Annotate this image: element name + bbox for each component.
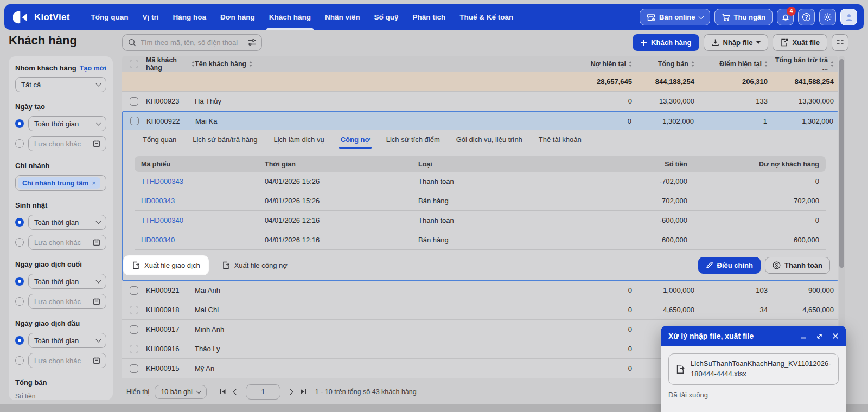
nav-phan-tich[interactable]: Phân tích	[405, 4, 452, 30]
remove-branch-icon[interactable]: ×	[92, 179, 96, 187]
add-customer-button[interactable]: Khách hàng	[633, 34, 699, 51]
first-transaction-all-radio[interactable]	[15, 336, 24, 345]
settings-button[interactable]	[819, 9, 836, 25]
tab-cong-no[interactable]: Công nợ	[333, 130, 378, 149]
column-settings-button[interactable]	[832, 34, 848, 51]
export-file-button[interactable]: Xuất file	[773, 34, 827, 51]
pay-label: Thanh toán	[784, 261, 822, 269]
row-checkbox[interactable]	[130, 97, 138, 106]
select-all-checkbox[interactable]	[130, 60, 138, 68]
create-group-link[interactable]: Tạo mới	[80, 65, 106, 72]
last-transaction-custom-input[interactable]: Lựa chọn khác	[28, 294, 106, 309]
modal-header[interactable]: Xử lý nhập file, xuất file	[661, 326, 846, 346]
first-page-button[interactable]	[220, 389, 226, 395]
nav-hang-hoa[interactable]: Hàng hóa	[166, 4, 214, 30]
page-number-input[interactable]	[246, 384, 280, 400]
header-code[interactable]: Mã khách hàng	[146, 56, 195, 72]
row-checkbox[interactable]	[130, 286, 138, 295]
debt-row: HD000340 04/01/2026 12:16 Bán hàng 600,0…	[135, 230, 826, 250]
notifications-button[interactable]: 4	[777, 9, 794, 25]
adjust-button[interactable]: Điều chỉnh	[698, 257, 761, 274]
table-row-selected[interactable]: KH000922 Mai Ka 0 1,302,000 1 1,302,000	[123, 112, 838, 130]
nav-so-quy[interactable]: Sổ quỹ	[367, 4, 405, 30]
page-size-select[interactable]: 10 bản ghi	[155, 385, 206, 399]
export-debt-button[interactable]: Xuất file công nợ	[222, 261, 288, 269]
spotlight-highlight: Xuất file giao dịch	[124, 256, 208, 274]
last-page-button[interactable]	[300, 389, 307, 395]
search-icon	[128, 38, 136, 47]
last-transaction-select[interactable]: Toàn thời gian	[28, 274, 106, 289]
kiotviet-logo[interactable]: KiotViet	[13, 10, 70, 25]
tab-goi-dich-vu[interactable]: Gói dịch vụ, liệu trình	[448, 130, 531, 149]
tab-lich-su-ban[interactable]: Lịch sử bán/trả hàng	[184, 130, 265, 149]
table-row[interactable]: KH000921 Mai Anh 0 1,000,000 103 900,000	[122, 281, 838, 300]
nav-tong-quan[interactable]: Tổng quan	[84, 4, 136, 30]
minimize-button[interactable]	[800, 333, 807, 340]
nav-vi-tri[interactable]: Vị trí	[136, 4, 166, 30]
account-button[interactable]	[840, 9, 857, 25]
customer-group-select[interactable]: Tất cả	[15, 77, 106, 92]
last-transaction-all-radio[interactable]	[15, 277, 24, 286]
tab-lich-su-tich-diem[interactable]: Lịch sử tích điểm	[378, 130, 448, 149]
downloaded-file-item[interactable]: LichSuThanhToanKhachHang_KV11012026-1804…	[668, 353, 839, 385]
nav-khach-hang[interactable]: Khách hàng	[262, 4, 318, 30]
created-date-custom-radio[interactable]	[15, 139, 24, 148]
receipt-link[interactable]: TTHD000343	[141, 177, 183, 185]
first-transaction-custom-radio[interactable]	[15, 356, 24, 365]
scrollbar-thumb[interactable]	[839, 59, 844, 268]
last-transaction-custom-radio[interactable]	[15, 297, 24, 306]
calendar-icon	[93, 140, 100, 147]
nav-nhan-vien[interactable]: Nhân viên	[318, 4, 367, 30]
next-page-button[interactable]	[288, 390, 292, 394]
tab-tong-quan[interactable]: Tổng quan	[135, 130, 184, 149]
import-file-button[interactable]: Nhập file	[704, 34, 769, 51]
birthday-custom-input[interactable]: Lựa chọn khác	[28, 235, 106, 250]
branch-filter-input[interactable]: Chi nhánh trung tâm ×	[15, 175, 106, 191]
created-date-select[interactable]: Toàn thời gian	[28, 116, 106, 131]
close-button[interactable]	[832, 333, 839, 339]
receipt-link[interactable]: HD000343	[141, 197, 175, 205]
export-transactions-button[interactable]: Xuất file giao dịch	[132, 261, 200, 269]
search-input[interactable]	[141, 38, 243, 47]
customer-points: 133	[694, 97, 768, 105]
row-checkbox[interactable]	[130, 325, 138, 334]
created-date-all-radio[interactable]	[15, 119, 24, 128]
receipt-amount: 600,000	[539, 236, 687, 244]
header-net[interactable]: Tổng bán trừ trả ...	[768, 56, 838, 72]
table-row[interactable]: KH000918 Mai Chi 0 4,650,000 34 4,650,00…	[122, 300, 838, 320]
tab-the-tai-khoan[interactable]: Thẻ tài khoản	[531, 130, 590, 149]
first-transaction-select[interactable]: Toàn thời gian	[28, 333, 106, 348]
nav-thue-ke-toan[interactable]: Thuế & Kế toán	[452, 4, 520, 30]
receipt-link[interactable]: HD000340	[141, 236, 175, 244]
header-points[interactable]: Điểm hiện tại	[694, 60, 768, 68]
customer-debt: 0	[496, 306, 632, 314]
row-checkbox[interactable]	[130, 306, 138, 314]
receipt-type: Bán hàng	[418, 236, 539, 244]
pay-button[interactable]: Thanh toán	[765, 257, 830, 274]
chevron-down-icon	[96, 81, 101, 87]
filter-sliders-icon[interactable]	[247, 38, 256, 46]
table-row[interactable]: KH000923 Hà Thủy 0 13,300,000 133 13,300…	[122, 92, 838, 111]
tab-lich-lam-dich-vu[interactable]: Lịch làm dịch vụ	[265, 130, 332, 149]
birthday-all-radio[interactable]	[15, 218, 24, 227]
thu-ngan-button[interactable]: Thu ngân	[714, 9, 773, 25]
header-name[interactable]: Tên khách hàng	[195, 60, 496, 68]
columns-icon	[836, 38, 844, 46]
receipt-balance: 0	[687, 177, 826, 185]
download-status: Đã tải xuống	[668, 391, 839, 399]
first-transaction-custom-input[interactable]: Lựa chọn khác	[28, 353, 106, 368]
header-total[interactable]: Tổng bán	[632, 60, 694, 68]
row-checkbox[interactable]	[130, 117, 139, 125]
row-checkbox[interactable]	[130, 364, 138, 373]
nav-don-hang[interactable]: Đơn hàng	[213, 4, 262, 30]
help-button[interactable]	[798, 9, 815, 25]
expand-button[interactable]	[816, 333, 823, 340]
birthday-select[interactable]: Toàn thời gian	[28, 215, 106, 230]
header-debt[interactable]: Nợ hiện tại	[496, 60, 632, 68]
ban-online-button[interactable]: Bán online	[640, 9, 710, 25]
row-checkbox[interactable]	[130, 345, 138, 353]
created-date-custom-input[interactable]: Lựa chọn khác	[28, 136, 106, 151]
receipt-link[interactable]: TTHD000340	[141, 216, 183, 224]
birthday-custom-radio[interactable]	[15, 238, 24, 247]
previous-page-button[interactable]	[234, 390, 238, 394]
